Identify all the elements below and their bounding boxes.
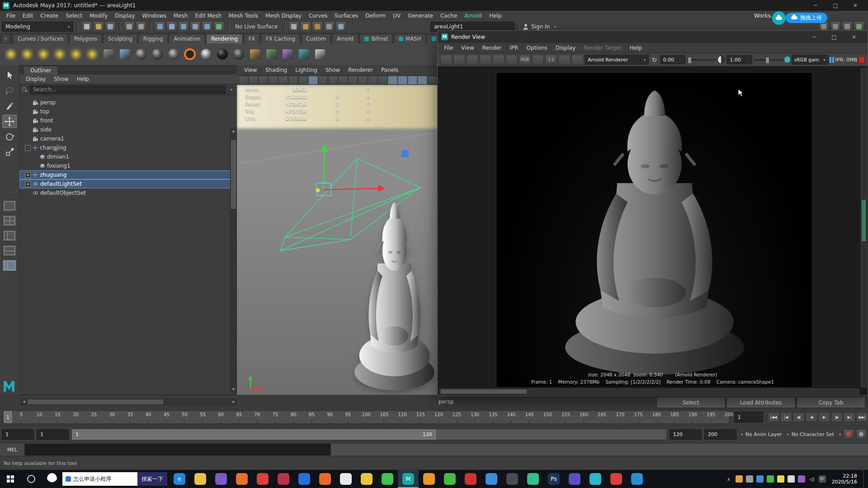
rotate-tool-icon[interactable] <box>2 130 17 143</box>
refresh-render-icon[interactable]: ↻ <box>650 56 659 63</box>
maximize-button[interactable]: □ <box>826 0 845 11</box>
menu-item[interactable]: Display <box>22 76 49 82</box>
snap-to-point-icon[interactable] <box>178 21 189 32</box>
menu-item[interactable]: Help <box>486 13 505 19</box>
one-to-one-icon[interactable]: 1:1 <box>545 55 557 65</box>
character-set-selector[interactable]: No Character Set▾ <box>792 430 841 439</box>
command-line-input[interactable] <box>25 444 331 455</box>
stop-render-icon[interactable] <box>859 56 865 63</box>
outliner-vertical-scrollbar[interactable]: ▲▼ <box>230 128 237 393</box>
layout-four-pane-button[interactable] <box>2 215 17 227</box>
app-wine[interactable] <box>273 470 294 488</box>
drag-upload-button[interactable]: 拖拽上传 <box>786 13 827 23</box>
list-item[interactable]: top <box>19 107 237 116</box>
grid-icon[interactable] <box>308 76 318 84</box>
shelf-tab[interactable]: Animation <box>169 34 205 43</box>
go-to-start-button[interactable]: |◀◀ <box>768 412 779 422</box>
paint-select-tool-icon[interactable] <box>2 99 17 113</box>
black-material-icon[interactable] <box>215 46 230 62</box>
buddha-statue-viewport[interactable] <box>348 199 441 394</box>
render-region-icon[interactable] <box>453 55 465 65</box>
texture-icon[interactable] <box>248 48 262 61</box>
hypershade-icon[interactable] <box>118 48 132 61</box>
step-forward-frame-button[interactable]: |▶ <box>831 412 843 422</box>
move-tool-icon[interactable] <box>2 115 17 128</box>
chrome[interactable] <box>356 470 377 488</box>
menu-item[interactable]: Show <box>50 76 72 82</box>
grease-pencil-icon[interactable] <box>298 76 308 84</box>
menu-item[interactable]: Display <box>111 13 138 19</box>
spot-light-icon[interactable] <box>52 46 67 62</box>
shelf-tab[interactable]: Rigging <box>138 34 168 43</box>
display-render-settings-icon[interactable] <box>324 21 335 32</box>
shelf-menu-icon[interactable]: ▾ <box>2 34 10 43</box>
app-blue[interactable] <box>294 470 315 488</box>
render-view-vertical-scrollbar[interactable] <box>861 68 867 387</box>
shelf-tab[interactable]: Polygons <box>69 34 102 43</box>
select-camera-icon[interactable] <box>239 76 248 84</box>
notepad[interactable] <box>335 470 356 488</box>
expander-icon[interactable]: + <box>25 172 31 178</box>
upload-cloud-icon[interactable] <box>772 11 786 25</box>
tray-yellow-icon[interactable] <box>777 475 784 483</box>
ime-icon[interactable]: 中 <box>819 475 826 483</box>
menu-item[interactable]: Renderer <box>344 67 377 73</box>
menu-item[interactable]: Edit <box>19 13 37 19</box>
textured-icon[interactable] <box>398 76 407 84</box>
menu-item[interactable]: Arnold <box>461 13 486 19</box>
menu-item[interactable]: IPR <box>506 45 522 51</box>
render-view-title-bar[interactable]: M Render View ─ □ × <box>438 31 868 43</box>
volume-icon[interactable]: ◁) <box>808 475 816 483</box>
app-violet[interactable] <box>564 470 585 488</box>
auto-keyframe-icon[interactable] <box>844 429 854 439</box>
app-orange-2[interactable] <box>419 470 439 488</box>
app-dark[interactable] <box>502 470 523 488</box>
menu-item[interactable]: Options <box>523 45 551 51</box>
go-to-end-button[interactable]: ▶▶| <box>856 412 868 422</box>
redo-icon[interactable] <box>136 21 146 32</box>
maximize-button[interactable]: □ <box>824 32 844 42</box>
list-item[interactable]: dimian1 <box>19 152 237 161</box>
shelf-tab[interactable]: Custom <box>301 34 331 43</box>
play-forwards-button[interactable]: ▶ <box>818 412 830 422</box>
menu-item[interactable]: Shading <box>261 67 291 73</box>
footer-button[interactable]: Select <box>656 397 725 408</box>
show-desktop-button[interactable] <box>863 470 866 488</box>
launch-hypershade-icon[interactable] <box>335 21 346 32</box>
screen-space-ao-icon[interactable] <box>428 76 437 84</box>
menu-item[interactable]: Mesh Tools <box>225 13 262 19</box>
menu-item[interactable]: Deform <box>362 13 389 19</box>
renderer-selector[interactable]: Arnold Renderer▾ <box>585 55 649 65</box>
menu-item[interactable]: Surfaces <box>331 13 362 19</box>
app-shield-blue[interactable] <box>481 470 502 488</box>
menu-item[interactable]: Show <box>322 67 344 73</box>
wireframe-icon[interactable] <box>378 76 387 84</box>
render-view-horizontal-scrollbar[interactable] <box>439 389 859 394</box>
app-green[interactable] <box>439 470 460 488</box>
menu-item[interactable]: UV <box>389 13 404 19</box>
menu-item[interactable]: View <box>458 45 477 51</box>
layout-two-pane-side-button[interactable] <box>2 230 17 242</box>
list-item[interactable]: + zhuguang <box>19 170 237 179</box>
menu-item[interactable]: Curves <box>305 13 331 19</box>
footer-button[interactable]: Copy Tab <box>797 397 865 408</box>
tray-up-caret-icon[interactable]: ∧ <box>725 475 732 483</box>
layout-two-pane-stacked-button[interactable] <box>2 244 17 257</box>
scroll-right-icon[interactable]: ▶ <box>231 399 236 405</box>
menu-item[interactable]: Modify <box>86 13 111 19</box>
bookmarks-icon[interactable] <box>269 76 278 84</box>
range-slider-track[interactable]: 1 120 <box>71 429 667 440</box>
layout-outliner-persp-button[interactable] <box>2 259 17 272</box>
alpha-channel-icon[interactable] <box>532 55 544 65</box>
make-live-icon[interactable] <box>213 21 224 32</box>
new-scene-icon[interactable] <box>81 21 92 32</box>
app-orange[interactable] <box>315 470 335 488</box>
animation-start-field[interactable]: 1 <box>2 429 34 440</box>
menu-item[interactable]: File <box>3 13 19 19</box>
menu-item[interactable]: Edit Mesh <box>191 13 225 19</box>
arnold-standard-surface-icon[interactable] <box>183 46 197 62</box>
current-frame-playhead[interactable]: 1 <box>4 411 12 423</box>
app-green-2[interactable] <box>523 470 543 488</box>
playback-options-icon[interactable]: ▾ <box>741 432 743 436</box>
current-time-field[interactable]: 1 <box>734 412 763 422</box>
